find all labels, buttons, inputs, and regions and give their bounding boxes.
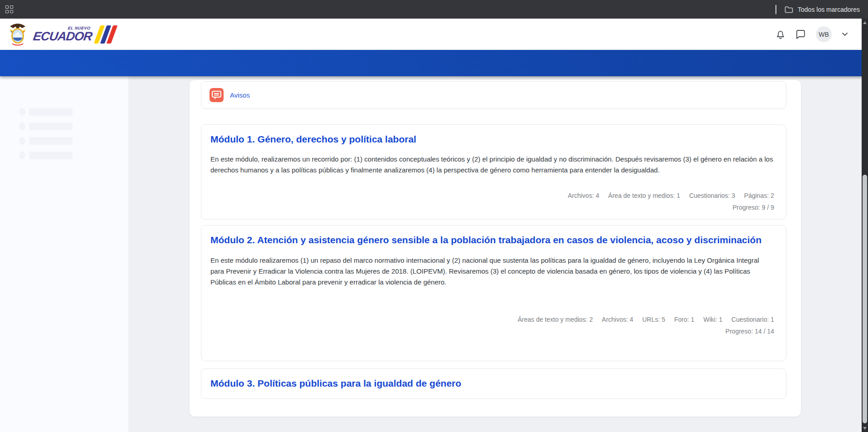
flag-stripes-icon bbox=[97, 25, 114, 44]
module-2-progress: Progreso: 14 / 14 bbox=[210, 328, 774, 335]
module-1-stats: Archivos: 4 Área de texto y medios: 1 Cu… bbox=[210, 192, 774, 199]
announcement-icon[interactable] bbox=[210, 88, 224, 102]
module-1-card: Módulo 1. Género, derechos y política la… bbox=[201, 124, 786, 220]
scrollbar-up-arrow-icon[interactable] bbox=[863, 21, 867, 24]
module-1-progress: Progreso: 9 / 9 bbox=[210, 204, 774, 211]
content-area: Avisos Módulo 1. Género, derechos y polí… bbox=[0, 76, 868, 432]
module-2-card: Módulo 2. Atención y asistencia género s… bbox=[201, 225, 786, 361]
bookmarks-all-label[interactable]: Todos los marcadores bbox=[798, 6, 860, 13]
module-3-title-link[interactable]: Módulo 3. Políticas públicas para la igu… bbox=[210, 377, 461, 390]
stat-item: Páginas: 2 bbox=[744, 192, 774, 199]
module-2-title-link[interactable]: Módulo 2. Atención y asistencia género s… bbox=[210, 234, 761, 246]
messages-chat-icon[interactable] bbox=[795, 29, 806, 39]
site-logo[interactable]: EL NUEVO ECUADOR bbox=[8, 23, 114, 46]
stat-item: Cuestionarios: 3 bbox=[689, 192, 735, 199]
ecuador-coat-of-arms-icon bbox=[8, 23, 27, 46]
stat-item: Archivos: 4 bbox=[602, 316, 633, 323]
stat-item: Archivos: 4 bbox=[568, 192, 599, 199]
course-index-drawer bbox=[0, 76, 128, 432]
user-avatar[interactable]: WB bbox=[816, 26, 832, 42]
logo-name: ECUADOR bbox=[32, 30, 93, 43]
scrollbar-down-arrow-icon[interactable] bbox=[863, 427, 867, 430]
avisos-link[interactable]: Avisos bbox=[230, 91, 250, 99]
drawer-skeleton-item bbox=[19, 108, 128, 116]
site-header: EL NUEVO ECUADOR WB bbox=[0, 19, 868, 50]
browser-bookmarks-bar: Todos los marcadores bbox=[0, 0, 868, 19]
avisos-activity-card: Avisos bbox=[201, 81, 786, 109]
apps-grid-icon[interactable] bbox=[5, 5, 13, 13]
module-1-description: En este módulo, realizaremos un recorrid… bbox=[210, 154, 774, 176]
bookmarks-folder-icon[interactable] bbox=[785, 6, 793, 13]
drawer-skeleton-item bbox=[19, 137, 128, 145]
module-3-card: Módulo 3. Políticas públicas para la igu… bbox=[201, 368, 786, 398]
module-2-description: En este módulo realizaremos (1) un repas… bbox=[210, 255, 774, 288]
stat-item: Foro: 1 bbox=[674, 316, 694, 323]
wordmark: EL NUEVO ECUADOR bbox=[34, 25, 114, 44]
module-2-stats: Áreas de texto y medios: 2 Archivos: 4 U… bbox=[210, 316, 774, 323]
drawer-skeleton-item bbox=[19, 152, 128, 159]
bookmarks-divider bbox=[775, 5, 776, 14]
notifications-bell-icon[interactable] bbox=[775, 29, 785, 39]
stat-item: URLs: 5 bbox=[642, 316, 665, 323]
stat-item: Áreas de texto y medios: 2 bbox=[517, 316, 593, 323]
chevron-down-icon[interactable] bbox=[842, 32, 848, 36]
module-1-title-link[interactable]: Módulo 1. Género, derechos y política la… bbox=[210, 133, 416, 146]
stat-item: Wiki: 1 bbox=[703, 316, 722, 323]
stat-item: Área de texto y medios: 1 bbox=[608, 192, 680, 199]
drawer-skeleton-item bbox=[19, 123, 128, 130]
stat-item: Cuestionario: 1 bbox=[731, 316, 774, 323]
course-main-panel: Avisos Módulo 1. Género, derechos y polí… bbox=[190, 80, 801, 417]
primary-nav-bar bbox=[0, 50, 868, 76]
screen: Todos los marcadores bbox=[0, 0, 868, 432]
page-scrollbar[interactable] bbox=[862, 19, 868, 432]
scrollbar-thumb[interactable] bbox=[863, 175, 867, 423]
